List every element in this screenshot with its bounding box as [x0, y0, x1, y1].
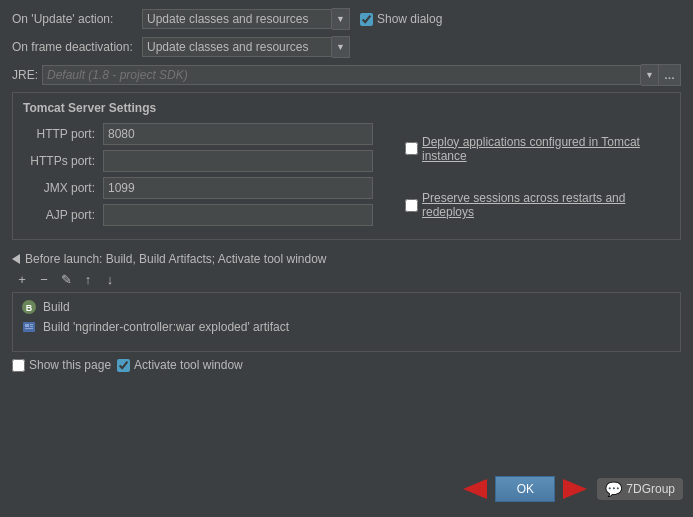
activate-tool-checkbox-label[interactable]: Activate tool window — [117, 358, 243, 372]
launch-list: B Build Build 'ngrinder-controller:war — [12, 292, 681, 352]
deploy-checkbox-label[interactable]: Deploy applications configured in Tomcat… — [405, 135, 670, 163]
show-page-checkbox[interactable] — [12, 359, 25, 372]
https-port-input[interactable] — [103, 150, 373, 172]
jre-dropdown-arrow[interactable]: ▼ — [641, 64, 659, 86]
https-label: HTTPs port: — [23, 154, 103, 168]
http-label: HTTP port: — [23, 127, 103, 141]
preserve-label: Preserve sessions across restarts and re… — [422, 191, 670, 219]
activate-tool-label: Activate tool window — [134, 358, 243, 372]
artifact-item-label: Build 'ngrinder-controller:war exploded'… — [43, 320, 289, 334]
server-settings-container: Tomcat Server Settings HTTP port: HTTPs … — [12, 92, 681, 240]
arrow-right-indicator — [563, 475, 591, 503]
show-page-checkbox-label[interactable]: Show this page — [12, 358, 111, 372]
jre-row: JRE: ▼ … — [12, 64, 681, 86]
ajp-label: AJP port: — [23, 208, 103, 222]
on-update-dropdown[interactable]: Update classes and resources — [142, 9, 332, 29]
on-frame-dropdown-arrow[interactable]: ▼ — [332, 36, 350, 58]
on-frame-row: On frame deactivation: Update classes an… — [12, 36, 681, 58]
add-button[interactable]: + — [12, 270, 32, 288]
remove-button[interactable]: − — [34, 270, 54, 288]
on-update-row: On 'Update' action: Update classes and r… — [12, 8, 681, 30]
on-update-dropdown-arrow[interactable]: ▼ — [332, 8, 350, 30]
red-arrow-right-icon — [563, 475, 591, 503]
jre-label: JRE: — [12, 68, 42, 82]
bottom-checkboxes-row: Show this page Activate tool window — [12, 358, 681, 372]
jre-input[interactable] — [42, 65, 641, 85]
ajp-port-row: AJP port: — [23, 204, 393, 226]
svg-rect-3 — [25, 324, 29, 327]
move-down-button[interactable]: ↓ — [100, 270, 120, 288]
svg-rect-4 — [30, 324, 33, 325]
http-port-input[interactable] — [103, 123, 373, 145]
https-port-row: HTTPs port: — [23, 150, 393, 172]
build-icon: B — [21, 299, 37, 315]
activate-tool-checkbox[interactable] — [117, 359, 130, 372]
footer: OK 💬 7DGroup — [459, 475, 683, 503]
move-up-button[interactable]: ↑ — [78, 270, 98, 288]
http-port-row: HTTP port: — [23, 123, 393, 145]
on-update-dropdown-wrapper: Update classes and resources ▼ — [142, 8, 350, 30]
server-checkboxes-column: Deploy applications configured in Tomcat… — [393, 123, 670, 231]
list-item[interactable]: Build 'ngrinder-controller:war exploded'… — [17, 317, 676, 337]
deploy-checkbox[interactable] — [405, 142, 418, 155]
before-launch-title: Before launch: Build, Build Artifacts; A… — [12, 252, 681, 266]
ok-button[interactable]: OK — [495, 476, 555, 502]
on-frame-dropdown[interactable]: Update classes and resources — [142, 37, 332, 57]
svg-marker-7 — [463, 479, 487, 499]
before-launch-section: Before launch: Build, Build Artifacts; A… — [12, 252, 681, 372]
preserve-checkbox-label[interactable]: Preserve sessions across restarts and re… — [405, 191, 670, 219]
main-container: On 'Update' action: Update classes and r… — [0, 0, 693, 517]
show-dialog-checkbox[interactable] — [360, 13, 373, 26]
svg-rect-6 — [25, 328, 33, 329]
wechat-label: 7DGroup — [626, 482, 675, 496]
jmx-label: JMX port: — [23, 181, 103, 195]
list-item[interactable]: B Build — [17, 297, 676, 317]
jmx-port-row: JMX port: — [23, 177, 393, 199]
wechat-icon: 💬 — [605, 481, 622, 497]
build-item-label: Build — [43, 300, 70, 314]
on-update-label: On 'Update' action: — [12, 12, 142, 26]
svg-text:B: B — [26, 303, 33, 313]
show-dialog-checkbox-label[interactable]: Show dialog — [360, 12, 442, 26]
server-inputs-column: HTTP port: HTTPs port: JMX port: AJP por… — [23, 123, 393, 231]
svg-rect-5 — [30, 326, 33, 327]
before-launch-toolbar: + − ✎ ↑ ↓ — [12, 270, 681, 288]
ajp-port-input[interactable] — [103, 204, 373, 226]
red-arrow-left-icon — [459, 475, 487, 503]
deploy-label: Deploy applications configured in Tomcat… — [422, 135, 670, 163]
show-dialog-label: Show dialog — [377, 12, 442, 26]
server-settings-title: Tomcat Server Settings — [23, 101, 670, 115]
jmx-port-input[interactable] — [103, 177, 373, 199]
svg-marker-8 — [563, 479, 587, 499]
on-frame-dropdown-wrapper: Update classes and resources ▼ — [142, 36, 350, 58]
wechat-badge: 💬 7DGroup — [597, 478, 683, 500]
artifact-icon — [21, 319, 37, 335]
show-page-label: Show this page — [29, 358, 111, 372]
preserve-checkbox[interactable] — [405, 199, 418, 212]
arrow-left-indicator — [459, 475, 487, 503]
expand-triangle-icon[interactable] — [12, 254, 20, 264]
jre-more-button[interactable]: … — [659, 64, 681, 86]
edit-button[interactable]: ✎ — [56, 270, 76, 288]
server-settings-columns: HTTP port: HTTPs port: JMX port: AJP por… — [23, 123, 670, 231]
before-launch-label: Before launch: Build, Build Artifacts; A… — [25, 252, 327, 266]
on-frame-label: On frame deactivation: — [12, 40, 142, 54]
